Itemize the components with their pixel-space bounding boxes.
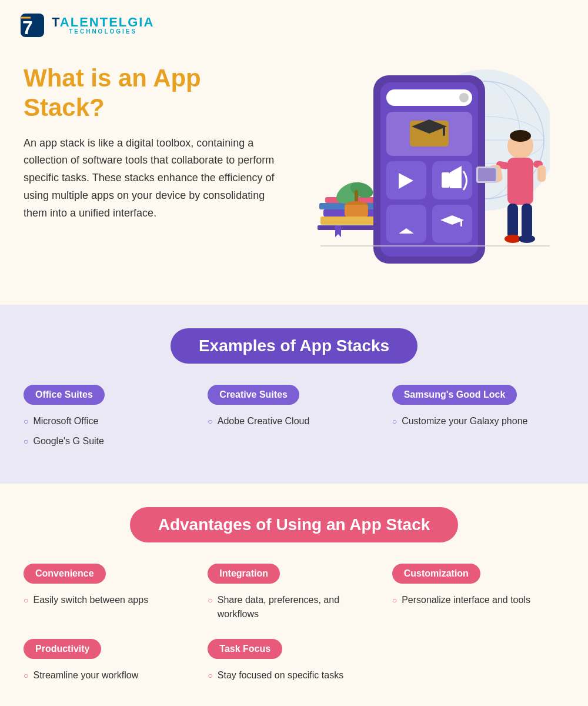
hero-section: What is an App Stack? An app stack is li… (0, 46, 588, 305)
list-item: Customize your Galaxy phone (392, 414, 564, 428)
hero-description: An app stack is like a digital toolbox, … (24, 135, 276, 222)
svg-rect-48 (522, 204, 532, 239)
list-item: Adobe Creative Cloud (208, 414, 380, 428)
advantage-column-convenience: Convenience Easily switch between apps (24, 564, 196, 627)
advantage-column-integration: Integration Share data, preferences, and… (208, 564, 380, 627)
advantage-column-customization: Customization Personalize interface and … (392, 564, 564, 627)
list-item: Google's G Suite (24, 434, 196, 448)
logo-brand-name: TALENTELGIA (52, 16, 154, 29)
example-column-2: Creative Suites Adobe Creative Cloud (208, 385, 380, 454)
list-item: Easily switch between apps (24, 593, 196, 607)
svg-point-50 (519, 235, 535, 243)
tag-creative-suites: Creative Suites (208, 385, 299, 405)
advantages-title: Advantages of Using an App Stack (130, 507, 459, 542)
tag-office-suites: Office Suites (24, 385, 105, 405)
logo-svg: 7 (18, 11, 47, 40)
svg-rect-40 (507, 158, 533, 205)
tag-customization: Customization (392, 564, 480, 584)
list-item: Microsoft Office (24, 414, 196, 428)
logo-tagline: TECHNOLOGIES (52, 29, 154, 35)
advantages-section: Advantages of Using an App Stack Conveni… (0, 484, 588, 706)
examples-title-container: Examples of App Stacks (24, 328, 564, 364)
advantages-grid: Convenience Easily switch between apps I… (24, 564, 564, 688)
logo: 7 TALENTELGIA TECHNOLOGIES (18, 11, 570, 40)
hero-title: What is an App Stack? (24, 64, 276, 123)
hero-image (288, 64, 564, 281)
convenience-list: Easily switch between apps (24, 593, 196, 613)
svg-rect-18 (345, 205, 368, 217)
svg-rect-8 (320, 217, 379, 225)
hero-text: What is an App Stack? An app stack is li… (24, 64, 276, 222)
integration-list: Share data, preferences, and workflows (208, 593, 380, 627)
logo-accent: ALENTELGIA (60, 15, 155, 29)
logo-text: TALENTELGIA TECHNOLOGIES (52, 16, 154, 35)
svg-rect-26 (443, 126, 445, 136)
svg-rect-30 (442, 172, 450, 188)
hero-illustration (303, 64, 550, 281)
example-column-3: Samsung's Good Lock Customize your Galax… (392, 385, 564, 454)
tag-convenience: Convenience (24, 564, 106, 584)
examples-title: Examples of App Stacks (171, 328, 417, 364)
list-item: Personalize interface and tools (392, 593, 564, 607)
tag-productivity: Productivity (24, 639, 101, 659)
samsung-list: Customize your Galaxy phone (392, 414, 564, 434)
creative-suites-list: Adobe Creative Cloud (208, 414, 380, 434)
list-item: Streamline your workflow (24, 668, 196, 682)
customization-list: Personalize interface and tools (392, 593, 564, 613)
svg-point-22 (459, 93, 469, 102)
svg-point-49 (505, 235, 521, 243)
svg-rect-44 (478, 168, 496, 181)
list-item: Stay focused on specific tasks (208, 668, 380, 682)
advantage-column-task-focus: Task Focus Stay focused on specific task… (208, 639, 380, 688)
example-column-1: Office Suites Microsoft Office Google's … (24, 385, 196, 454)
logo-icon: 7 (18, 11, 47, 40)
svg-text:7: 7 (22, 17, 33, 38)
examples-grid: Office Suites Microsoft Office Google's … (24, 385, 564, 454)
svg-point-39 (510, 130, 531, 142)
header: 7 TALENTELGIA TECHNOLOGIES (0, 0, 588, 46)
svg-rect-47 (507, 204, 518, 239)
task-focus-list: Stay focused on specific tasks (208, 668, 380, 688)
svg-marker-13 (335, 225, 341, 237)
tag-integration: Integration (208, 564, 280, 584)
advantages-title-container: Advantages of Using an App Stack (24, 507, 564, 542)
advantage-column-empty (392, 639, 564, 688)
productivity-list: Streamline your workflow (24, 668, 196, 688)
svg-rect-37 (460, 219, 462, 227)
list-item: Share data, preferences, and workflows (208, 593, 380, 621)
tag-samsung: Samsung's Good Lock (392, 385, 517, 405)
tag-task-focus: Task Focus (208, 639, 282, 659)
examples-section: Examples of App Stacks Office Suites Mic… (0, 305, 588, 484)
advantage-column-productivity: Productivity Streamline your workflow (24, 639, 196, 688)
office-suites-list: Microsoft Office Google's G Suite (24, 414, 196, 454)
svg-rect-46 (537, 165, 546, 182)
